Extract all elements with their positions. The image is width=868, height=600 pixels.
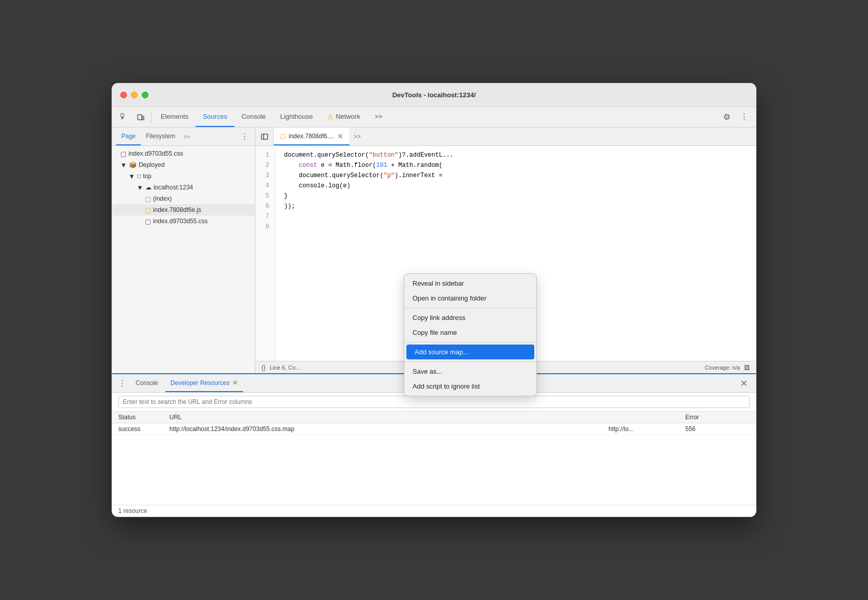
deployed-folder-icon: 📦 — [129, 161, 137, 168]
editor-tab-close[interactable]: ✕ — [337, 132, 343, 140]
coverage-icon[interactable]: 🖼 — [744, 365, 750, 371]
table-row[interactable]: success http://localhost:1234/index.d970… — [112, 423, 756, 435]
minimize-button[interactable] — [131, 92, 138, 98]
bottom-tab-developer-resources[interactable]: Developer Resources ✕ — [165, 374, 243, 392]
server-icon: ☁ — [145, 184, 151, 191]
tab-elements[interactable]: Elements — [154, 107, 196, 127]
menu-item-copy-name[interactable]: Copy file name — [404, 325, 536, 340]
code-line-2: const e = Math.floor(101 ∗ Math.random( — [284, 160, 748, 170]
tree-item-css-top[interactable]: ▢ index.d9703d55.css — [112, 148, 255, 159]
menu-item-add-source-map[interactable]: Add source map... — [406, 345, 534, 359]
table-empty-area — [112, 435, 756, 505]
row-target: http://lo... — [602, 423, 679, 435]
sidebar: Page Filesystem >> ⋮ ▢ index.d9703d55.cs… — [112, 127, 255, 373]
more-options-icon[interactable]: ⋮ — [736, 110, 752, 125]
devtools-toolbar: Elements Sources Console Lighthouse ⚠ Ne… — [112, 107, 756, 127]
menu-separator-3 — [404, 361, 536, 362]
bottom-panel-close[interactable]: ✕ — [736, 378, 752, 389]
menu-item-open-folder[interactable]: Open in containing folder — [404, 291, 536, 306]
line-numbers: 1 2 3 4 5 6 7 8 — [255, 146, 276, 361]
svg-rect-3 — [262, 134, 268, 139]
settings-icon[interactable]: ⚙ — [719, 110, 734, 125]
sidebar-menu-icon[interactable]: ⋮ — [238, 132, 251, 141]
code-line-6: )); — [284, 201, 748, 211]
tree-item-localhost[interactable]: ▼ ☁ localhost:1234 — [112, 182, 255, 193]
editor-tab-js[interactable]: ▢ index.7808df6.... ✕ — [274, 127, 350, 145]
code-line-3: document.querySelector("p").innerText = — [284, 170, 748, 181]
tree-item-index[interactable]: ▢ (index) — [112, 193, 255, 204]
maximize-button[interactable] — [142, 92, 148, 98]
col-header-target — [602, 412, 679, 423]
bottom-status-bar: 1 resource — [112, 505, 756, 517]
editor-tabs-bar: ▢ index.7808df6.... ✕ >> — [255, 127, 756, 146]
top-folder-icon: □ — [137, 173, 141, 180]
menu-separator-2 — [404, 342, 536, 342]
col-header-url: URL — [163, 412, 602, 423]
close-button[interactable] — [120, 92, 127, 98]
html-file-icon: ▢ — [145, 195, 151, 203]
menu-item-reveal[interactable]: Reveal in sidebar — [404, 276, 536, 291]
folder-expand-icon: ▼ — [120, 161, 127, 169]
code-line-8 — [284, 222, 748, 232]
tab-network[interactable]: ⚠ Network — [320, 107, 367, 127]
localhost-expand-icon: ▼ — [137, 184, 143, 191]
svg-rect-2 — [142, 116, 144, 120]
row-status: success — [112, 423, 163, 435]
context-menu: Reveal in sidebar Open in containing fol… — [404, 273, 537, 396]
window-title: DevTools - localhost:1234/ — [392, 91, 475, 99]
toolbar-right: ⚙ ⋮ — [719, 107, 752, 127]
resource-count: 1 resource — [118, 507, 147, 515]
tab-console[interactable]: Console — [234, 107, 273, 127]
inspect-element-icon[interactable] — [116, 107, 133, 127]
js-tab-file-icon: ▢ — [280, 133, 286, 140]
code-line-4: console.log(e) — [284, 181, 748, 191]
css-file-icon: ▢ — [120, 150, 126, 158]
col-header-status: Status — [112, 412, 163, 423]
sidebar-tabs: Page Filesystem >> ⋮ — [112, 127, 255, 146]
js-file-icon: ▢ — [145, 206, 151, 214]
svg-rect-1 — [138, 115, 142, 120]
code-line-7 — [284, 211, 748, 222]
main-content: Page Filesystem >> ⋮ ▢ index.d9703d55.cs… — [112, 127, 756, 373]
menu-item-copy-link[interactable]: Copy link address — [404, 310, 536, 325]
tree-item-top[interactable]: ▼ □ top — [112, 170, 255, 182]
search-input[interactable] — [118, 396, 750, 408]
svg-rect-0 — [121, 114, 124, 117]
row-error: 556 — [679, 423, 756, 435]
table-header: Status URL Error — [112, 412, 756, 423]
menu-separator-1 — [404, 308, 536, 308]
tab-more[interactable]: >> — [367, 107, 389, 127]
format-icon[interactable]: {} — [262, 364, 266, 371]
code-line-5: } — [284, 191, 748, 201]
row-url: http://localhost:1234/index.d9703d55.css… — [163, 423, 602, 435]
css-file-icon-2: ▢ — [145, 218, 151, 225]
network-warning-icon: ⚠ — [327, 113, 334, 121]
bottom-tab-close[interactable]: ✕ — [232, 379, 238, 387]
bottom-menu-icon[interactable]: ⋮ — [116, 378, 128, 388]
tab-sources[interactable]: Sources — [196, 107, 234, 127]
top-expand-icon: ▼ — [128, 173, 135, 180]
sidebar-tab-filesystem[interactable]: Filesystem — [141, 127, 180, 145]
status-coverage: Coverage: n/a — [705, 365, 740, 371]
tree-item-css[interactable]: ▢ index.d9703d55.css — [112, 216, 255, 227]
editor-sidebar-toggle[interactable] — [255, 127, 274, 145]
tab-lighthouse[interactable]: Lighthouse — [273, 107, 320, 127]
device-toggle-icon[interactable] — [133, 107, 149, 127]
menu-item-save-as[interactable]: Save as... — [404, 364, 536, 379]
title-bar: DevTools - localhost:1234/ — [112, 83, 756, 107]
editor-tab-more[interactable]: >> — [350, 127, 365, 145]
status-position: Line 6, Co... — [270, 365, 300, 371]
tree-item-deployed[interactable]: ▼ 📦 Deployed — [112, 159, 255, 170]
menu-item-ignore-list[interactable]: Add script to ignore list — [404, 379, 536, 394]
tree-item-js[interactable]: ▢ index.7808df6e.js — [112, 204, 255, 216]
sidebar-tab-more[interactable]: >> — [180, 134, 193, 140]
traffic-lights — [120, 92, 148, 98]
sidebar-tree: ▢ index.d9703d55.css ▼ 📦 Deployed ▼ □ to… — [112, 146, 255, 373]
sidebar-tab-page[interactable]: Page — [116, 127, 141, 145]
code-line-1: document.querySelector("button")?.addEve… — [284, 150, 748, 160]
toolbar-divider — [151, 111, 151, 123]
bottom-tab-console[interactable]: Console — [131, 374, 163, 392]
col-header-error: Error — [679, 412, 756, 423]
